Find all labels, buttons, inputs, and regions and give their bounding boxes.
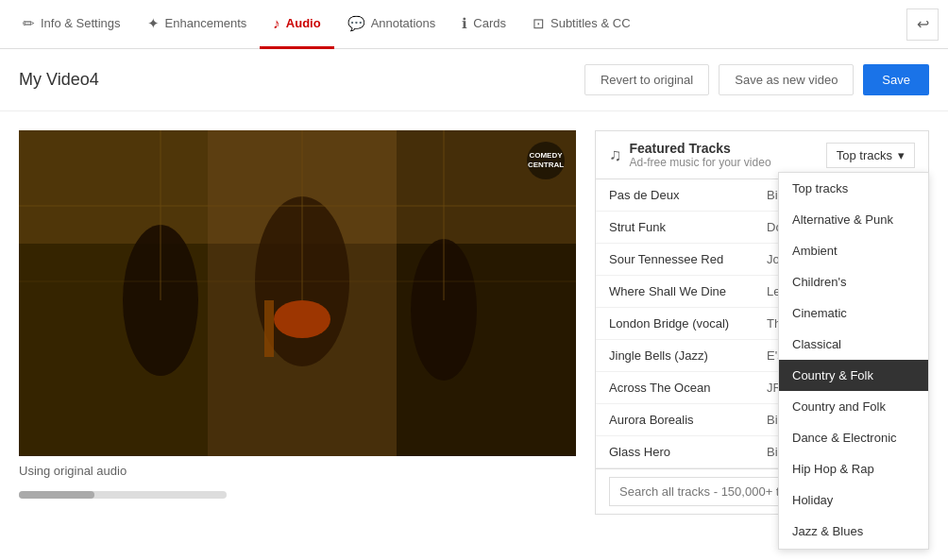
back-arrow-icon: ↩ [917,15,929,33]
nav-item-audio[interactable]: ♪ Audio [260,1,333,49]
svg-point-8 [274,300,330,338]
dropdown-item-classical[interactable]: Classical [779,329,928,360]
video-content [19,130,576,456]
action-buttons: Revert to original Save as new video Sav… [584,64,929,95]
track-name: Jingle Bells (Jazz) [609,348,757,363]
main-content: COMEDYCENTRAL ▶ 🔊 0:04 / 0:40 Using orig… [0,111,948,560]
scroll-thumb [19,491,94,499]
dropdown-item-country-and-folk[interactable]: Country and Folk [779,391,928,422]
tracks-subtitle: Ad-free music for your video [630,156,771,169]
video-player[interactable]: COMEDYCENTRAL ▶ 🔊 0:04 / 0:40 [19,130,576,456]
genre-label: Top tracks [837,148,892,162]
save-new-video-button[interactable]: Save as new video [719,64,854,95]
info-icon: ℹ [462,15,467,32]
dropdown-item-pop[interactable]: Pop [779,547,928,550]
back-button[interactable]: ↩ [906,8,939,41]
track-name: Sour Tennessee Red [609,252,757,266]
revert-button[interactable]: Revert to original [584,64,709,95]
music-note-icon: ♫ [609,145,622,165]
genre-dropdown-menu: Top tracks Alternative & Punk Ambient Ch… [778,172,929,550]
track-name: Where Shall We Dine [609,284,757,298]
genre-dropdown-button[interactable]: Top tracks ▾ [826,143,915,168]
page-header: My Video4 Revert to original Save as new… [0,49,948,111]
dropdown-item-top-tracks[interactable]: Top tracks [779,173,928,204]
scroll-track[interactable] [19,491,227,499]
chevron-down-icon: ▾ [898,148,905,162]
video-frame: COMEDYCENTRAL [19,130,576,456]
nav-item-annotations[interactable]: 💬 Annotations [334,1,449,49]
dropdown-item-dance-electronic[interactable]: Dance & Electronic [779,422,928,453]
video-section: COMEDYCENTRAL ▶ 🔊 0:04 / 0:40 Using orig… [19,130,576,549]
track-name: Aurora Borealis [609,413,757,427]
dropdown-item-cinematic[interactable]: Cinematic [779,297,928,329]
dropdown-item-country-folk[interactable]: Country & Folk [779,360,928,391]
dropdown-item-alt-punk[interactable]: Alternative & Punk [779,204,928,235]
tracks-panel: ♫ Featured Tracks Ad-free music for your… [595,130,929,549]
track-name: London Bridge (vocal) [609,316,757,331]
tracks-title: Featured Tracks [630,141,771,156]
chat-icon: 💬 [347,15,365,32]
nav-item-info[interactable]: ✏ Info & Settings [9,1,134,49]
dropdown-item-childrens[interactable]: Children's [779,266,928,297]
dropdown-item-holiday[interactable]: Holiday [779,484,928,516]
track-name: Glass Hero [609,445,757,459]
track-name: Across The Ocean [609,381,757,395]
top-navigation: ✏ Info & Settings ✦ Enhancements ♪ Audio… [0,0,948,49]
dropdown-item-jazz-blues[interactable]: Jazz & Blues [779,516,928,547]
nav-item-cards[interactable]: ℹ Cards [449,1,519,49]
tracks-title-group: Featured Tracks Ad-free music for your v… [630,141,771,169]
dropdown-item-ambient[interactable]: Ambient [779,235,928,266]
audio-note: Using original audio [19,464,576,478]
pencil-icon: ✏ [23,15,35,32]
nav-item-enhancements[interactable]: ✦ Enhancements [134,1,261,49]
nav-item-subtitles[interactable]: ⊡ Subtitles & CC [519,1,644,49]
save-button[interactable]: Save [863,64,929,95]
svg-rect-9 [264,300,274,357]
channel-logo: COMEDYCENTRAL [527,142,565,179]
track-name: Pas de Deux [609,188,757,202]
sparkle-icon: ✦ [147,15,160,32]
track-name: Strut Funk [609,220,757,234]
dropdown-item-hip-hop-rap[interactable]: Hip Hop & Rap [779,453,928,484]
tracks-header-left: ♫ Featured Tracks Ad-free music for your… [609,141,771,169]
cc-icon: ⊡ [533,15,545,32]
music-icon: ♪ [273,15,280,31]
page-title: My Video4 [19,70,584,90]
scroll-area [19,491,576,499]
